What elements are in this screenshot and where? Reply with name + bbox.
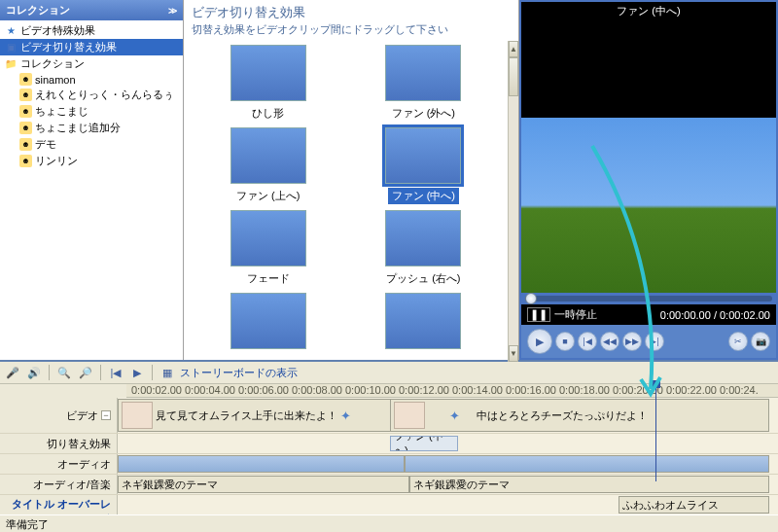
- preview-video: [521, 20, 776, 293]
- thumb-fan-up[interactable]: ファン (上へ): [205, 127, 332, 204]
- thumb-fan-out[interactable]: ファン (外へ): [360, 45, 486, 122]
- tree-item-video-effects[interactable]: ★ビデオ特殊効果: [0, 22, 183, 39]
- status-text: 準備完了: [6, 518, 49, 530]
- audio-track[interactable]: [117, 454, 778, 474]
- collections-tree: ★ビデオ特殊効果 ▣ビデオ切り替え効果 📁コレクション ☻sinamon ☻えれ…: [0, 20, 183, 171]
- collection-icon: ☻: [19, 73, 32, 86]
- collection-icon: ☻: [19, 155, 32, 167]
- storyboard-icon[interactable]: ▦: [159, 364, 176, 381]
- rewind-timeline-icon[interactable]: |◀: [107, 364, 124, 381]
- pause-indicator-icon: ❚❚: [527, 307, 550, 322]
- playback-controls: ▶ ■ |◀ ◀◀ ▶▶ ▶| ✂ 📷: [521, 325, 776, 358]
- clip-thumbnail: [122, 402, 153, 429]
- zoom-out-icon[interactable]: 🔎: [77, 364, 94, 381]
- tree-item-chokomaji[interactable]: ☻ちょこまじ: [0, 103, 183, 120]
- title-overlay-track[interactable]: ふわふわオムライス: [117, 495, 778, 514]
- timeline-toolbar: 🎤 🔊 🔍 🔎 |◀ ▶ ▦ ストーリーボードの表示: [0, 362, 778, 384]
- gallery-subtitle: 切替え効果をビデオクリップ間にドラッグして下さい: [192, 22, 511, 37]
- collections-title: コレクション: [6, 3, 70, 18]
- thumb-extra2[interactable]: [360, 293, 486, 355]
- play-timeline-icon[interactable]: ▶: [128, 364, 146, 381]
- title-clip[interactable]: ふわふわオムライス: [619, 496, 769, 514]
- transition-track[interactable]: ファン (中へ): [117, 434, 778, 453]
- collapse-icon[interactable]: ≫: [168, 6, 177, 16]
- next-button[interactable]: ▶|: [645, 332, 664, 351]
- split-button[interactable]: ✂: [728, 332, 748, 351]
- audio-clip[interactable]: [405, 455, 769, 473]
- snapshot-button[interactable]: 📷: [751, 332, 770, 351]
- seek-slider[interactable]: [525, 296, 772, 301]
- seek-knob[interactable]: [525, 293, 537, 304]
- thumb-fade[interactable]: フェード: [205, 210, 332, 287]
- collection-icon: ☻: [19, 105, 32, 118]
- transitions-gallery: ビデオ切り替え効果 切替え効果をビデオクリップ間にドラッグして下さい ひし形 フ…: [184, 0, 519, 360]
- tree-item-chokomaji-add[interactable]: ☻ちょこまじ追加分: [0, 120, 183, 136]
- play-button[interactable]: ▶: [527, 329, 552, 354]
- effect-star-icon: ✦: [449, 408, 460, 423]
- collapse-video-icon[interactable]: −: [101, 410, 111, 420]
- forward-button[interactable]: ▶▶: [622, 332, 642, 351]
- tree-item-electric[interactable]: ☻えれくとりっく・らんらるぅ: [0, 87, 183, 103]
- tree-item-collections[interactable]: 📁コレクション: [0, 55, 183, 72]
- thumb-fan-in[interactable]: ファン (中へ): [360, 127, 486, 204]
- stop-button[interactable]: ■: [555, 332, 575, 351]
- preview-panel: ファン (中へ) ❚❚ 一時停止 0:00:00.00 / 0:00:02.00…: [519, 0, 778, 360]
- collections-header: コレクション ≫: [0, 0, 183, 20]
- playhead[interactable]: [655, 384, 656, 481]
- time-total: 0:00:02.00: [720, 309, 770, 321]
- preview-timebar: ❚❚ 一時停止 0:00:00.00 / 0:00:02.00: [521, 304, 776, 325]
- tree-item-transitions[interactable]: ▣ビデオ切り替え効果: [0, 39, 183, 55]
- tree-item-rinrin[interactable]: ☻リンリン: [0, 153, 183, 169]
- gallery-title: ビデオ切り替え効果: [192, 4, 511, 21]
- status-bar: 準備完了: [0, 514, 778, 532]
- thumb-diamond[interactable]: ひし形: [205, 45, 332, 122]
- thumb-push-right[interactable]: プッシュ (右へ): [360, 210, 486, 287]
- prev-button[interactable]: |◀: [578, 332, 597, 351]
- effect-star-icon: ✦: [340, 408, 351, 423]
- scroll-down-icon[interactable]: ▼: [509, 345, 518, 362]
- thumbnail-grid: ひし形 ファン (外へ) ファン (上へ) ファン (中へ) フェード プッシュ…: [184, 41, 508, 362]
- folder-icon: 📁: [4, 57, 18, 71]
- music-clip-2[interactable]: ネギ銀踝愛のテーマ: [409, 476, 769, 493]
- track-label-audio-music: オーディオ/音楽: [0, 475, 117, 494]
- star-icon: ★: [4, 24, 18, 38]
- pause-label: 一時停止: [554, 307, 597, 322]
- gallery-header: ビデオ切り替え効果 切替え効果をビデオクリップ間にドラッグして下さい: [184, 0, 518, 41]
- time-current: 0:00:00.00: [660, 309, 711, 321]
- show-storyboard-link[interactable]: ストーリーボードの表示: [180, 366, 298, 380]
- collection-icon: ☻: [19, 89, 32, 101]
- preview-title: ファン (中へ): [521, 2, 776, 20]
- tool-audio-levels-icon[interactable]: 🔊: [25, 364, 43, 381]
- scroll-up-icon[interactable]: ▲: [509, 41, 518, 57]
- audio-music-track[interactable]: ネギ銀踝愛のテーマ ネギ銀踝愛のテーマ: [117, 475, 778, 494]
- video-clip-2[interactable]: 中はとろとろチーズたっぷりだよ！ ✦: [390, 399, 769, 432]
- collections-panel: コレクション ≫ ★ビデオ特殊効果 ▣ビデオ切り替え効果 📁コレクション ☻si…: [0, 0, 184, 360]
- thumb-extra1[interactable]: [205, 293, 332, 355]
- track-label-audio: オーディオ: [0, 454, 117, 474]
- scroll-thumb[interactable]: [509, 57, 518, 96]
- transition-clip[interactable]: ファン (中へ): [390, 436, 458, 451]
- track-label-transition: 切り替え効果: [0, 434, 117, 453]
- video-track[interactable]: 見て見てオムライス上手に出来たよ！ ✦ 中はとろとろチーズたっぷりだよ！ ✦: [117, 398, 778, 433]
- zoom-in-icon[interactable]: 🔍: [55, 364, 73, 381]
- rewind-button[interactable]: ◀◀: [600, 332, 619, 351]
- clip-thumbnail: [394, 402, 425, 429]
- collection-icon: ☻: [19, 138, 32, 151]
- music-clip-1[interactable]: ネギ銀踝愛のテーマ: [118, 476, 409, 493]
- transition-icon: ▣: [4, 41, 18, 54]
- video-clip-1[interactable]: 見て見てオムライス上手に出来たよ！ ✦: [118, 399, 405, 432]
- collection-icon: ☻: [19, 122, 32, 134]
- tool-narrate-icon[interactable]: 🎤: [4, 364, 21, 381]
- tree-item-sinamon[interactable]: ☻sinamon: [0, 72, 183, 87]
- track-label-video: ビデオ−: [0, 398, 117, 433]
- tree-item-demo[interactable]: ☻デモ: [0, 136, 183, 153]
- timeline-ruler[interactable]: 0:00:02.00 0:00:04.00 0:00:06.00 0:00:08…: [126, 384, 778, 398]
- preview-frame: [521, 118, 776, 293]
- audio-clip[interactable]: [118, 455, 405, 473]
- timeline-panel: 🎤 🔊 🔍 🔎 |◀ ▶ ▦ ストーリーボードの表示 0:00:02.00 0:…: [0, 360, 778, 532]
- gallery-scrollbar[interactable]: ▲ ▼: [508, 41, 518, 362]
